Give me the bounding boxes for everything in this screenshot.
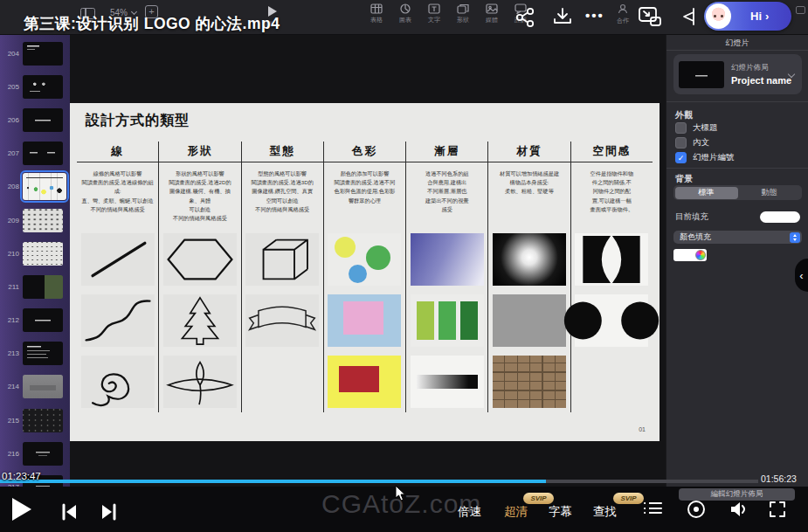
column-form: 型態 型態的風格可以影響 閱讀畫面的感受,透過3D的 圖像建構,鑽孔空間、真實 … xyxy=(241,142,323,412)
speaker-icon xyxy=(728,499,749,520)
cube-figure xyxy=(245,233,319,286)
slide-thumbnail-row[interactable]: 212 xyxy=(0,304,70,337)
bw-gradient-figure xyxy=(411,356,484,408)
color-wheel-icon[interactable] xyxy=(695,250,706,260)
leaf-figure xyxy=(163,356,237,408)
color-well[interactable] xyxy=(673,249,707,261)
record-settings-button[interactable] xyxy=(686,499,707,523)
slide-thumbnail[interactable] xyxy=(23,409,63,432)
slide-thumbnail[interactable] xyxy=(23,75,63,99)
current-time: 01:23:47 xyxy=(2,471,41,481)
table-tool-button[interactable]: 表格 xyxy=(367,3,386,24)
skip-next-icon xyxy=(98,502,119,522)
volume-button[interactable] xyxy=(728,499,749,523)
slide-layout-card[interactable]: 幻燈片佈局 Project name xyxy=(673,54,802,94)
column-description: 形狀的風格可以影響 閱讀畫面的感受,透過2D的 圖像建構,幾何、有機、抽 象、具… xyxy=(159,162,240,229)
slide-thumbnail[interactable] xyxy=(23,108,63,132)
segment-standard[interactable]: 標準 xyxy=(675,187,738,199)
slide-canvas: 設計方式的類型 線 線條的風格可以影響 閱讀畫面的感受,透過線條的組成: 直、彎… xyxy=(70,35,666,487)
option-big-title[interactable]: 大標題 xyxy=(675,122,718,134)
slide-thumbnail[interactable] xyxy=(23,142,63,165)
speed-button[interactable]: 倍速 xyxy=(458,504,481,520)
media-tool-button[interactable]: 媒體 xyxy=(482,3,501,24)
next-button[interactable] xyxy=(98,502,119,525)
stepper-icon xyxy=(790,232,800,243)
svip-badge: SVIP xyxy=(523,493,554,504)
column-description: 顏色的添加可以影響 閱讀畫面的感受,透過不同 色彩與色溫的使用,色彩影 響群眾的… xyxy=(324,162,405,229)
checkbox-unchecked[interactable] xyxy=(675,137,687,149)
gray-figure xyxy=(493,294,566,347)
slide-thumbnail-row-selected[interactable]: 208 xyxy=(0,170,70,204)
current-fill-swatch[interactable] xyxy=(760,211,800,223)
collaborate-icon xyxy=(617,3,629,15)
video-player-stage: 54% + 播放 表格 圖表 文字 形狀 xyxy=(0,0,808,532)
hd-button[interactable]: 超清 xyxy=(504,504,528,520)
slide-thumbnail-row[interactable]: 213 xyxy=(0,337,70,370)
text-tool-button[interactable]: 文字 xyxy=(425,3,444,24)
slide-thumbnail[interactable] xyxy=(23,342,63,365)
fullscreen-button[interactable] xyxy=(768,500,787,522)
hide-panel-button[interactable] xyxy=(680,6,699,31)
playlist-button[interactable] xyxy=(644,502,662,516)
tab-slide[interactable]: 幻燈片 xyxy=(666,38,808,49)
option-slide-number[interactable]: ✓ 幻燈片編號 xyxy=(675,152,735,163)
slide-number: 206 xyxy=(0,116,19,124)
slide-thumbnail-row[interactable]: 210 xyxy=(0,237,70,270)
flag-icon xyxy=(680,6,699,27)
column-header: 線 xyxy=(77,142,158,162)
share-button[interactable] xyxy=(514,6,536,32)
slide-thumbnail-row[interactable]: 211 xyxy=(0,270,70,303)
more-button[interactable]: ••• xyxy=(585,8,604,23)
slide-thumbnail-row[interactable]: 205 xyxy=(0,70,70,103)
shape-tool-button[interactable]: 形狀 xyxy=(453,3,473,24)
slide-thumbnail-row[interactable]: 209 xyxy=(0,204,70,237)
segment-dynamic[interactable]: 動態 xyxy=(738,187,801,199)
slide-thumbnail[interactable] xyxy=(23,275,63,299)
play-button[interactable] xyxy=(12,498,31,521)
progress-bar[interactable] xyxy=(0,480,758,483)
slide-thumbnail-row[interactable]: 216 xyxy=(0,437,70,470)
slide-thumbnail[interactable] xyxy=(23,442,63,466)
screen-cast-button[interactable] xyxy=(638,5,662,31)
column-description: 透過不同色系的組 合與應用,建構出 不同漸層,漸層也 建築出不同的視覺 感受 xyxy=(406,162,487,229)
slide-thumbnail[interactable] xyxy=(23,242,63,266)
collaborate-button[interactable]: 合作 xyxy=(611,3,634,25)
divider xyxy=(666,101,808,102)
checkbox-unchecked[interactable] xyxy=(675,122,687,134)
slide-thumbnail[interactable] xyxy=(23,209,63,232)
divider xyxy=(666,50,808,51)
slide-thumbnail-row[interactable]: 206 xyxy=(0,103,70,136)
download-icon xyxy=(551,5,574,28)
slide-thumbnail[interactable] xyxy=(23,308,63,332)
slide-number: 205 xyxy=(0,83,19,91)
find-button[interactable]: 查找 xyxy=(593,504,617,520)
slide-number: 214 xyxy=(0,383,19,390)
option-body-text[interactable]: 內文 xyxy=(675,137,709,149)
slide-thumbnail-row[interactable]: 214 xyxy=(0,370,70,404)
slide-thumbnail-row[interactable]: 204 xyxy=(0,37,70,70)
green-steps-figure xyxy=(411,294,484,347)
download-button[interactable] xyxy=(551,5,574,31)
subtitle-button[interactable]: 字幕 xyxy=(549,504,572,520)
sphere-figure xyxy=(493,233,566,286)
slide-thumbnail-row[interactable]: 207 xyxy=(0,137,70,170)
slide-page-number: 01 xyxy=(639,426,646,432)
slide-thumbnail-row[interactable]: 215 xyxy=(0,404,70,437)
background-segmented-control: 標準 動態 xyxy=(673,185,802,200)
checkbox-checked[interactable]: ✓ xyxy=(675,152,687,163)
previous-button[interactable] xyxy=(59,502,80,525)
current-fill-label: 目前填充 xyxy=(675,211,708,223)
assistant-button[interactable]: Hi › xyxy=(704,2,791,31)
fill-type-dropdown[interactable]: 顏色填充 xyxy=(673,231,802,244)
option-label: 內文 xyxy=(693,137,709,149)
slide-thumbnail[interactable] xyxy=(23,375,63,398)
slide-thumbnail[interactable] xyxy=(23,173,66,200)
chart-icon xyxy=(399,3,411,14)
slide-number: 211 xyxy=(0,283,19,291)
edit-slide-layout-button[interactable]: 編輯幻燈片佈局 xyxy=(679,488,795,501)
panel-collapse-handle[interactable]: ‹ xyxy=(795,259,808,292)
chart-tool-button[interactable]: 圖表 xyxy=(396,3,415,24)
slide-navigator: 204 205 206 207 208 209 210 211 212 213 … xyxy=(0,35,70,487)
slide-thumbnail[interactable] xyxy=(23,42,63,66)
current-slide[interactable]: 設計方式的類型 線 線條的風格可以影響 閱讀畫面的感受,透過線條的組成: 直、彎… xyxy=(70,103,660,441)
